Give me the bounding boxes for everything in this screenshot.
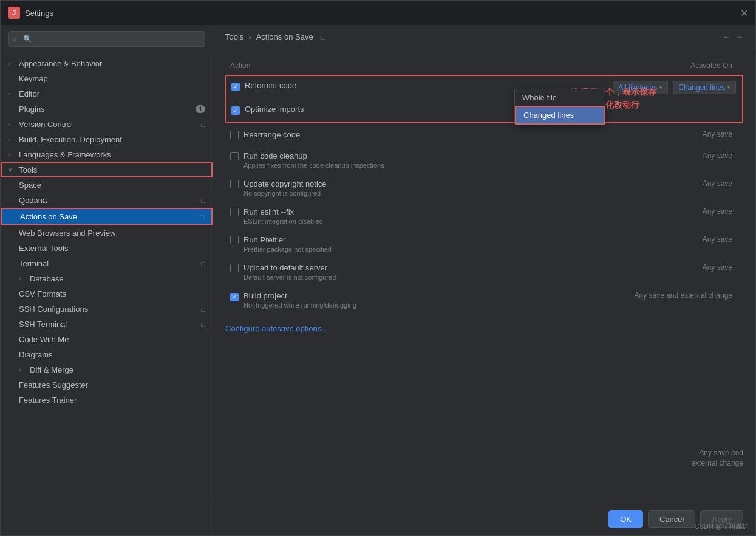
eslint-title: Run eslint --fix — [243, 207, 617, 216]
sidebar-item-label: Terminal — [19, 259, 199, 268]
sidebar-item-qodana[interactable]: Qodana □ — [1, 193, 213, 208]
forward-arrow-icon[interactable]: → — [735, 32, 743, 41]
plugins-badge: 1 — [196, 105, 205, 113]
prettier-subtitle: Prettier package not specified — [243, 246, 617, 253]
action-row-prettier: Run Prettier Prettier package not specif… — [225, 230, 743, 258]
sidebar-item-space[interactable]: Space — [1, 177, 213, 193]
eslint-checkbox[interactable] — [230, 208, 239, 216]
ok-button[interactable]: OK — [608, 510, 643, 528]
build-checkbox[interactable] — [230, 293, 239, 301]
reformat-checkbox-area — [231, 81, 245, 91]
sidebar-item-label: Languages & Frameworks — [19, 150, 205, 159]
build-subtitle: Not triggered while running/debugging — [243, 301, 617, 309]
sidebar-item-label: Code With Me — [19, 335, 205, 344]
table-header: Action Activated On — [225, 59, 743, 75]
sidebar-item-editor[interactable]: › Editor — [1, 86, 213, 101]
sidebar-item-label: Features Suggester — [19, 380, 205, 390]
upload-checkbox[interactable] — [230, 264, 239, 272]
upload-activated: Any save — [617, 263, 738, 272]
changed-lines-dropdown[interactable]: Changed lines ▾ — [673, 81, 736, 94]
cleanup-checkbox[interactable] — [230, 152, 239, 160]
rearrange-checkbox[interactable] — [230, 131, 239, 139]
sidebar-item-build[interactable]: › Build, Execution, Deployment — [1, 132, 213, 147]
cleanup-subtitle: Applies fixes from the code cleanup insp… — [243, 162, 617, 169]
cancel-button[interactable]: Cancel — [648, 510, 695, 528]
optimize-checkbox-area — [231, 105, 245, 115]
sidebar-item-diff-merge[interactable]: › Diff & Merge — [1, 362, 213, 377]
optimize-title: Optimize imports — [245, 105, 304, 114]
dropdown-item-whole-file[interactable]: Whole file — [515, 89, 605, 106]
header-action: Action — [230, 61, 617, 70]
configure-autosave-link[interactable]: Configure autosave options... — [225, 324, 328, 333]
copyright-checkbox-area — [230, 180, 243, 190]
sidebar-item-database[interactable]: › Database — [1, 271, 213, 286]
optimize-info: Optimize imports — [245, 105, 737, 114]
sidebar-item-version-control[interactable]: › Version Control □ — [1, 117, 213, 132]
sidebar-item-ssh-terminal[interactable]: SSH Terminal □ — [1, 317, 213, 332]
changed-lines-label: Changed lines — [678, 83, 725, 92]
copyright-subtitle: No copyright is configured — [243, 190, 617, 197]
prettier-checkbox[interactable] — [230, 236, 239, 244]
upload-info: Upload to default server Default server … — [243, 263, 617, 281]
watermark: CSDN @沃相胤雄 — [695, 522, 749, 531]
header-activated: Activated On — [617, 61, 738, 70]
red-bordered-section: Reformat code All file types ▾ Changed l… — [225, 75, 743, 123]
sidebar-item-csv[interactable]: CSV Formats — [1, 286, 213, 301]
upload-subtitle: Default server is not configured — [243, 273, 617, 281]
sidebar-item-web-browsers[interactable]: Web Browsers and Preview — [1, 225, 213, 241]
sidebar-item-plugins[interactable]: Plugins 1 — [1, 101, 213, 117]
sidebar-item-actions-on-save[interactable]: Actions on Save □ — [1, 208, 213, 225]
rearrange-checkbox-area — [230, 131, 243, 141]
sidebar-item-diagrams[interactable]: Diagrams — [1, 347, 213, 362]
dropdown-item-changed-lines[interactable]: Changed lines — [515, 106, 605, 125]
action-row-upload: Upload to default server Default server … — [225, 258, 743, 286]
sidebar-item-label: Keymap — [19, 74, 205, 83]
copyright-checkbox[interactable] — [230, 180, 239, 188]
sidebar-item-ssh-configs[interactable]: SSH Configurations □ — [1, 301, 213, 317]
main-layout: ⌕ › Appearance & Behavior Keymap › — [1, 25, 755, 535]
sidebar-item-external-tools[interactable]: External Tools — [1, 241, 213, 256]
sidebar-item-code-with-me[interactable]: Code With Me — [1, 332, 213, 347]
sidebar-item-appearance[interactable]: › Appearance & Behavior — [1, 56, 213, 71]
build-activated-line1: Any save and — [692, 448, 743, 458]
sidebar-item-label: Appearance & Behavior — [19, 59, 205, 68]
action-row-rearrange: Rearrange code Any save — [225, 125, 743, 146]
optimize-checkbox[interactable] — [231, 106, 240, 115]
sidebar-item-label: CSV Formats — [19, 289, 205, 298]
sidebar: ⌕ › Appearance & Behavior Keymap › — [1, 25, 213, 535]
file-types-dropdown[interactable]: All file types ▾ — [613, 81, 668, 94]
cleanup-checkbox-area — [230, 152, 243, 162]
reformat-checkbox[interactable] — [231, 83, 240, 91]
sidebar-item-terminal[interactable]: Terminal □ — [1, 256, 213, 271]
reformat-controls: All file types ▾ Changed lines ▾ — [613, 81, 736, 94]
sidebar-item-keymap[interactable]: Keymap — [1, 71, 213, 86]
copyright-activated: Any save — [617, 179, 738, 188]
sidebar-item-features-trainer[interactable]: Features Trainer — [1, 393, 213, 408]
sidebar-item-label: SSH Configurations — [19, 304, 199, 314]
arrow-icon: › — [8, 136, 15, 143]
dropdown-popup: Whole file Changed lines — [514, 89, 605, 125]
pin-icon: □ — [201, 197, 205, 204]
sidebar-item-languages[interactable]: › Languages & Frameworks — [1, 147, 213, 162]
titlebar-left: J Settings — [8, 7, 53, 19]
main-wrapper: Tools › Actions on Save □ ← → Action Act… — [213, 25, 755, 535]
sidebar-item-tools[interactable]: ∨ Tools — [1, 162, 213, 177]
build-checkbox-area — [230, 292, 243, 301]
main-content: Action Activated On Reformat code — [213, 49, 755, 503]
sidebar-item-label: Features Trainer — [19, 396, 205, 405]
sidebar-item-label: Editor — [19, 89, 205, 98]
sidebar-nav: › Appearance & Behavior Keymap › Editor … — [1, 53, 213, 535]
search-input[interactable] — [8, 31, 205, 47]
back-arrow-icon[interactable]: ← — [723, 32, 730, 41]
sidebar-item-label: Web Browsers and Preview — [19, 228, 205, 238]
search-box: ⌕ — [1, 25, 213, 53]
search-container: ⌕ — [8, 31, 205, 47]
sidebar-item-label: Version Control — [19, 120, 199, 129]
breadcrumb: Tools › Actions on Save □ ← → — [213, 25, 755, 49]
eslint-activated: Any save — [617, 207, 738, 216]
close-button[interactable]: ✕ — [740, 7, 748, 19]
sidebar-item-features-suggester[interactable]: Features Suggester — [1, 377, 213, 393]
window-title: Settings — [25, 9, 53, 18]
reformat-title: Reformat code — [245, 81, 296, 90]
pin-icon: □ — [201, 306, 205, 313]
